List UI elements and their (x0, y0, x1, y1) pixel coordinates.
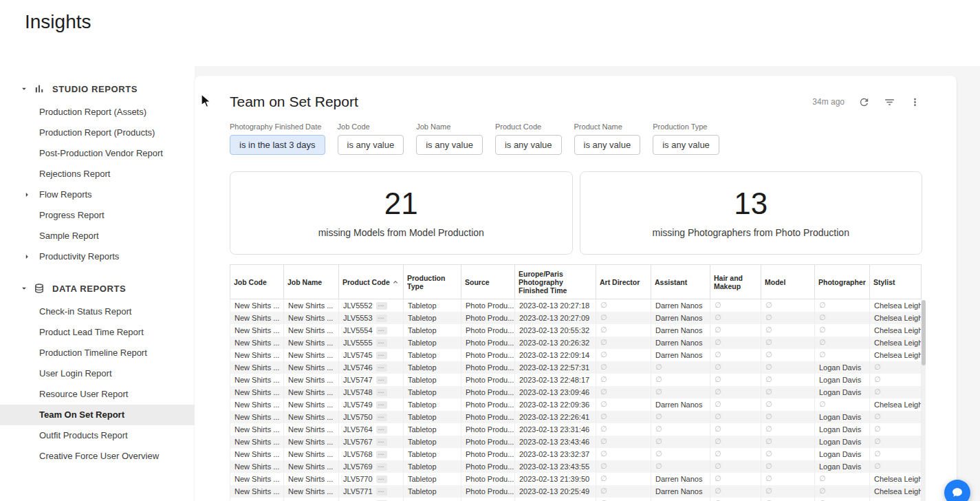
table-cell[interactable]: ∅ (870, 411, 922, 423)
table-cell[interactable]: New Shirts ... (284, 460, 339, 473)
table-cell[interactable]: ∅ (651, 374, 710, 386)
table-cell[interactable]: Chelsea Leigh (870, 485, 922, 498)
table-cell[interactable]: ∅ (710, 460, 761, 473)
table-cell[interactable]: ∅ (596, 349, 651, 361)
table-cell[interactable]: 2023-02-13 20:26:32 (515, 337, 596, 349)
table-cell[interactable]: ∅ (870, 448, 922, 460)
table-cell[interactable]: Chelsea Leigh (870, 299, 922, 312)
table-cell[interactable]: 2023-02-13 20:55:32 (515, 324, 596, 337)
table-cell[interactable]: Photo Produ... (461, 299, 515, 312)
filter-chip-job-name[interactable]: is any value (416, 135, 483, 155)
table-cell[interactable]: ∅ (710, 398, 761, 411)
table-cell[interactable]: Darren Nanos (651, 324, 710, 337)
table-cell[interactable]: Photo Produ... (461, 349, 515, 361)
cell-menu-icon[interactable]: ⋯ (376, 414, 387, 421)
table-cell[interactable]: Photo Produ... (461, 411, 515, 423)
kebab-menu-button[interactable] (907, 94, 922, 109)
table-cell[interactable]: ∅ (596, 411, 651, 423)
table-cell[interactable]: JLV5749⋯ (339, 398, 404, 411)
filter-chip-job-code[interactable]: is any value (338, 135, 404, 155)
table-cell[interactable]: ∅ (815, 398, 870, 411)
table-cell[interactable]: Logan Davis (815, 411, 870, 423)
table-cell[interactable]: ∅ (870, 423, 922, 436)
table-cell[interactable]: 2023-02-13 22:48:17 (515, 374, 596, 386)
table-cell[interactable]: JLV5748⋯ (339, 386, 404, 398)
table-cell[interactable]: New Shirts ... (284, 312, 339, 324)
table-cell[interactable]: ∅ (710, 485, 761, 498)
table-cell[interactable]: New Shirts ... (230, 337, 284, 349)
table-cell[interactable]: ∅ (651, 460, 710, 473)
table-cell[interactable]: ∅ (815, 485, 870, 498)
table-cell[interactable]: ∅ (761, 460, 815, 473)
table-cell[interactable]: ∅ (815, 312, 870, 324)
table-cell[interactable]: ∅ (596, 299, 651, 312)
column-header-product-code[interactable]: Product Code (339, 265, 404, 299)
filter-button[interactable] (882, 94, 897, 109)
table-cell[interactable]: ∅ (815, 299, 870, 312)
table-cell[interactable]: ∅ (761, 498, 815, 501)
table-cell[interactable]: New Shirts ... (284, 498, 339, 501)
cell-menu-icon[interactable]: ⋯ (376, 302, 387, 310)
table-cell[interactable]: New Shirts ... (284, 473, 339, 485)
column-header-job-name[interactable]: Job Name (284, 265, 339, 299)
table-cell[interactable]: Tabletop (404, 423, 461, 436)
column-header-production-type[interactable]: Production Type (404, 265, 461, 299)
table-cell[interactable]: JLV5764⋯ (339, 423, 404, 436)
table-cell[interactable]: ∅ (761, 485, 815, 498)
table-cell[interactable]: ∅ (596, 498, 651, 501)
table-cell[interactable]: New Shirts ... (230, 374, 284, 386)
table-cell[interactable]: Logan Davis (815, 460, 870, 473)
table-cell[interactable]: New Shirts ... (230, 448, 284, 460)
table-cell[interactable]: Darren Nanos (651, 349, 710, 361)
table-cell[interactable]: Darren Nanos (651, 398, 710, 411)
table-cell[interactable]: Chelsea Leigh (870, 498, 922, 501)
table-cell[interactable]: ∅ (870, 436, 922, 448)
table-cell[interactable]: ∅ (596, 436, 651, 448)
table-cell[interactable]: ∅ (710, 386, 761, 398)
column-header-job-code[interactable]: Job Code (230, 265, 284, 299)
filter-chip-production-type[interactable]: is any value (653, 135, 719, 155)
table-cell[interactable]: Tabletop (404, 473, 461, 485)
sidebar-item-sample-report[interactable]: Sample Report (0, 226, 195, 246)
column-header-europe-paris-photography-finished-time[interactable]: Europe/Paris Photography Finished Time (515, 265, 596, 299)
table-cell[interactable]: JLV5746⋯ (339, 361, 404, 374)
cell-menu-icon[interactable]: ⋯ (376, 476, 387, 483)
table-cell[interactable]: ∅ (651, 448, 710, 460)
table-cell[interactable]: ∅ (710, 498, 761, 501)
table-cell[interactable]: JLV5769⋯ (339, 460, 404, 473)
sidebar-item-production-report-assets[interactable]: Production Report (Assets) (0, 102, 195, 122)
table-cell[interactable]: ∅ (596, 337, 651, 349)
table-cell[interactable]: Photo Produ... (461, 374, 515, 386)
cell-menu-icon[interactable]: ⋯ (376, 488, 387, 495)
table-cell[interactable]: ∅ (761, 423, 815, 436)
table-cell[interactable]: JLV5747⋯ (339, 374, 404, 386)
table-cell[interactable]: ∅ (815, 349, 870, 361)
table-cell[interactable]: New Shirts ... (230, 386, 284, 398)
table-cell[interactable]: 2023-02-13 20:25:40 (515, 498, 596, 501)
chat-launcher-button[interactable] (944, 480, 970, 501)
table-cell[interactable]: Darren Nanos (651, 498, 710, 501)
cell-menu-icon[interactable]: ⋯ (376, 352, 387, 359)
table-cell[interactable]: 2023-02-13 22:09:36 (515, 398, 596, 411)
table-vertical-scrollbar[interactable] (922, 300, 926, 501)
table-cell[interactable]: ∅ (710, 448, 761, 460)
table-cell[interactable]: 2023-02-13 23:43:55 (515, 460, 596, 473)
table-cell[interactable]: ∅ (870, 374, 922, 386)
table-cell[interactable]: ∅ (651, 411, 710, 423)
table-cell[interactable]: ∅ (761, 473, 815, 485)
cell-menu-icon[interactable]: ⋯ (376, 364, 387, 372)
table-cell[interactable]: ∅ (761, 448, 815, 460)
table-cell[interactable]: New Shirts ... (284, 398, 339, 411)
table-cell[interactable]: Tabletop (404, 498, 461, 501)
table-cell[interactable]: ∅ (761, 361, 815, 374)
filter-chip-photography-finished-date[interactable]: is in the last 3 days (230, 135, 325, 155)
table-cell[interactable]: ∅ (761, 324, 815, 337)
table-cell[interactable]: Tabletop (404, 299, 461, 312)
table-cell[interactable]: New Shirts ... (284, 423, 339, 436)
table-cell[interactable]: ∅ (651, 423, 710, 436)
table-cell[interactable]: ∅ (710, 324, 761, 337)
sidebar-item-product-lead-time-report[interactable]: Product Lead Time Report (0, 322, 195, 343)
cell-menu-icon[interactable]: ⋯ (376, 389, 387, 396)
column-header-art-director[interactable]: Art Director (596, 265, 651, 299)
table-cell[interactable]: ∅ (596, 485, 651, 498)
